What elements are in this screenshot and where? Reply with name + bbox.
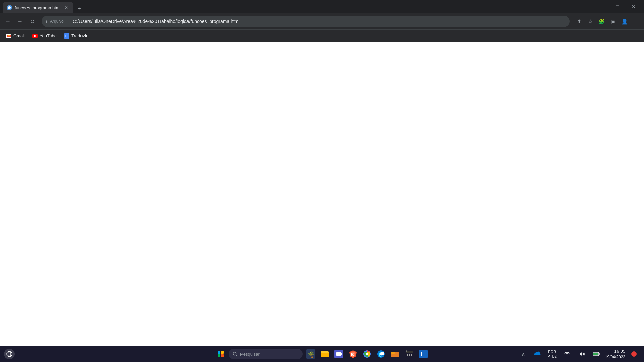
svg-rect-32 bbox=[411, 354, 412, 356]
browser-window: funcoes_programa.html ✕ + ─ □ ✕ ← → ↺ ℹ … bbox=[0, 0, 644, 362]
taskbar-app-brave[interactable]: B bbox=[347, 348, 359, 360]
svg-rect-14 bbox=[321, 353, 329, 357]
date-display: 19/04/2023 bbox=[605, 354, 625, 360]
title-bar: funcoes_programa.html ✕ + ─ □ ✕ bbox=[0, 0, 644, 13]
files-icon bbox=[391, 350, 399, 358]
svg-rect-30 bbox=[407, 354, 408, 356]
taskbar-app-explorer[interactable] bbox=[319, 348, 331, 360]
taskbar-app-edge[interactable] bbox=[375, 348, 387, 360]
svg-rect-31 bbox=[409, 354, 410, 356]
close-button[interactable]: ✕ bbox=[626, 1, 641, 12]
taskbar-app-calendar[interactable] bbox=[403, 348, 415, 360]
calendar-icon bbox=[405, 350, 414, 358]
taskbar-left bbox=[4, 349, 15, 359]
chrome-icon bbox=[363, 350, 371, 358]
sidebar-button[interactable]: ▣ bbox=[608, 16, 619, 27]
search-icon bbox=[233, 352, 237, 356]
tray-expand-button[interactable]: ∧ bbox=[518, 349, 529, 359]
lasso-icon: L bbox=[419, 350, 428, 358]
taskbar-app-lasso[interactable]: L bbox=[417, 348, 429, 360]
search-bar[interactable]: Pesquisar bbox=[229, 349, 303, 359]
wifi-signal-icon bbox=[564, 352, 570, 356]
new-tab-button[interactable]: + bbox=[75, 4, 84, 13]
speaker-icon bbox=[579, 351, 585, 357]
translate-favicon: T bbox=[64, 33, 69, 39]
toolbar: ← → ↺ ℹ Arquivo | C:/Users/julia/OneDriv… bbox=[0, 13, 644, 29]
bookmarks-bar: Gmail YouTube T Traduzir bbox=[0, 29, 644, 42]
refresh-button[interactable]: ↺ bbox=[27, 16, 38, 27]
battery-icon[interactable] bbox=[590, 348, 602, 360]
lock-icon: ℹ bbox=[46, 19, 47, 24]
notification-dot[interactable]: ! bbox=[628, 348, 640, 360]
maximize-button[interactable]: □ bbox=[610, 1, 625, 12]
svg-line-10 bbox=[236, 355, 237, 356]
svg-rect-27 bbox=[391, 352, 395, 354]
forward-button[interactable]: → bbox=[15, 16, 25, 27]
notification-icon[interactable] bbox=[4, 349, 15, 359]
svg-rect-17 bbox=[336, 352, 341, 356]
tab-close-button[interactable]: ✕ bbox=[63, 5, 69, 11]
svg-text:B: B bbox=[351, 352, 354, 357]
start-button[interactable] bbox=[215, 348, 227, 360]
profile-button[interactable]: 👤 bbox=[619, 16, 630, 27]
svg-rect-41 bbox=[593, 353, 598, 355]
cloud-icon[interactable] bbox=[531, 348, 543, 360]
share-button[interactable]: ⬆ bbox=[574, 16, 584, 27]
svg-point-37 bbox=[566, 356, 567, 357]
explorer-icon bbox=[320, 350, 329, 358]
svg-point-9 bbox=[233, 352, 236, 355]
extensions-button[interactable]: 🧩 bbox=[596, 16, 607, 27]
taskbar-right: ∧ POR PTB2 bbox=[518, 348, 640, 360]
alert-icon: ! bbox=[631, 351, 637, 357]
taskbar-app-teams[interactable] bbox=[333, 348, 345, 360]
teams-icon bbox=[334, 350, 343, 358]
address-separator: | bbox=[68, 19, 69, 24]
taskbar-center: Pesquisar 🌴 bbox=[215, 348, 429, 360]
bookmark-youtube[interactable]: YouTube bbox=[29, 31, 60, 41]
tab-strip: funcoes_programa.html ✕ + bbox=[3, 0, 592, 13]
edge-icon bbox=[377, 350, 385, 358]
menu-button[interactable]: ⋮ bbox=[631, 16, 641, 27]
bookmark-button[interactable]: ☆ bbox=[585, 16, 596, 27]
scheme-label: Arquivo bbox=[50, 19, 64, 24]
search-placeholder: Pesquisar bbox=[240, 352, 260, 357]
gmail-favicon bbox=[6, 33, 11, 39]
taskbar-app-chrome[interactable] bbox=[361, 348, 373, 360]
battery-indicator bbox=[593, 352, 600, 356]
time-display: 19:05 bbox=[605, 348, 625, 354]
windows-icon bbox=[218, 351, 224, 357]
window-controls: ─ □ ✕ bbox=[594, 1, 641, 12]
svg-marker-38 bbox=[580, 352, 582, 356]
svg-rect-40 bbox=[599, 353, 600, 355]
taskbar-app-files[interactable] bbox=[389, 348, 401, 360]
taskbar: Pesquisar 🌴 bbox=[0, 346, 644, 362]
brave-icon: B bbox=[348, 350, 357, 358]
translate-label: Traduzir bbox=[71, 33, 87, 38]
toolbar-actions: ⬆ ☆ 🧩 ▣ 👤 ⋮ bbox=[574, 16, 641, 27]
url-text: C:/Users/julia/OneDrive/Área%20de%20Trab… bbox=[73, 19, 566, 24]
tab-favicon bbox=[7, 5, 12, 10]
wifi-icon[interactable] bbox=[561, 348, 573, 360]
bookmark-translate[interactable]: T Traduzir bbox=[61, 31, 91, 41]
svg-point-0 bbox=[8, 6, 11, 9]
minimize-button[interactable]: ─ bbox=[594, 1, 609, 12]
gmail-label: Gmail bbox=[13, 33, 25, 38]
address-bar[interactable]: ℹ Arquivo | C:/Users/julia/OneDrive/Área… bbox=[42, 16, 570, 27]
active-tab[interactable]: funcoes_programa.html ✕ bbox=[3, 2, 73, 13]
back-button[interactable]: ← bbox=[3, 16, 13, 27]
taskbar-app-game[interactable]: 🌴 bbox=[305, 348, 317, 360]
tab-title: funcoes_programa.html bbox=[15, 5, 61, 10]
svg-text:T: T bbox=[65, 34, 67, 38]
svg-rect-33 bbox=[406, 350, 407, 352]
onedrive-cloud-icon bbox=[534, 351, 541, 357]
svg-text:L: L bbox=[421, 352, 424, 357]
svg-rect-15 bbox=[321, 351, 324, 353]
page-content bbox=[0, 42, 644, 346]
language-indicator[interactable]: POR PTB2 bbox=[546, 349, 558, 359]
svg-rect-34 bbox=[412, 350, 412, 352]
system-clock[interactable]: 19:05 19/04/2023 bbox=[605, 348, 625, 360]
volume-icon[interactable] bbox=[576, 348, 588, 360]
bookmark-gmail[interactable]: Gmail bbox=[3, 31, 28, 41]
svg-text:🌴: 🌴 bbox=[307, 351, 315, 358]
youtube-favicon bbox=[32, 33, 38, 39]
